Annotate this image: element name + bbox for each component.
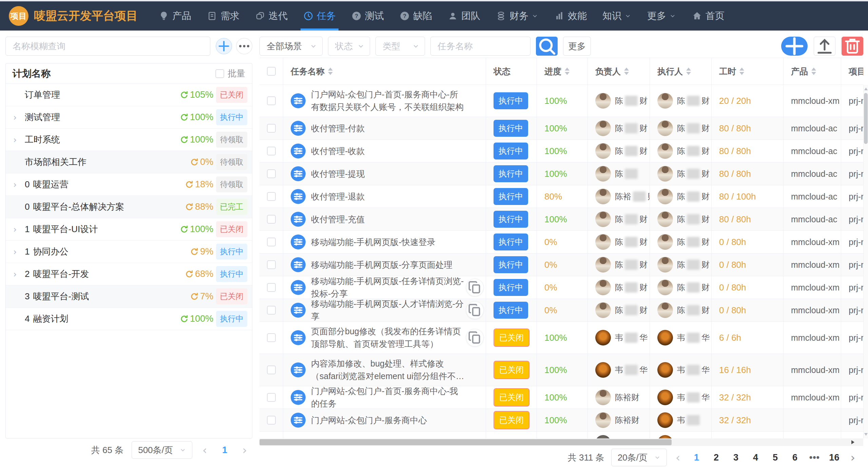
vertical-scrollbar[interactable] xyxy=(863,85,868,438)
copy-icon[interactable] xyxy=(466,329,484,347)
status-select[interactable]: 状态 xyxy=(328,37,370,56)
row-checkbox[interactable] xyxy=(267,416,276,425)
row-checkbox[interactable] xyxy=(267,366,276,374)
row-checkbox[interactable] xyxy=(267,96,276,105)
task-prev-page-button[interactable]: ‹ xyxy=(674,451,682,464)
nav-item-finance[interactable]: 财务 xyxy=(490,1,544,31)
column-header[interactable]: 进度 xyxy=(537,58,588,85)
column-header[interactable]: 负责人 xyxy=(588,58,650,85)
copy-icon[interactable] xyxy=(466,279,484,296)
plan-prev-page-button[interactable]: ‹ xyxy=(200,443,209,457)
nav-item-home[interactable]: 首页 xyxy=(687,1,730,31)
nav-item-defects[interactable]: ? 缺陷 xyxy=(394,1,438,31)
task-name[interactable]: 收付管理-提现 xyxy=(311,168,378,180)
column-header[interactable]: 产品 xyxy=(784,58,841,85)
row-checkbox[interactable] xyxy=(267,393,276,402)
page-ellipsis[interactable]: ••• xyxy=(807,450,822,465)
expand-chevron-icon[interactable]: › xyxy=(13,247,25,257)
search-button[interactable] xyxy=(536,37,558,56)
task-name[interactable]: 收付管理-充值 xyxy=(311,213,378,226)
row-checkbox[interactable] xyxy=(267,147,276,155)
plan-page-number[interactable]: 1 xyxy=(217,443,232,457)
page-number[interactable]: 6 xyxy=(787,450,802,465)
plan-list-item[interactable]: › 市场部相关工作 0% 待领取 xyxy=(6,151,252,173)
table-row[interactable]: 移动端功能-手机网页版-人才详情浏览-分享 执行中 0% 陈财 陈财 0 / 8… xyxy=(259,299,863,322)
plan-page-size-select[interactable]: 500条/页 xyxy=(132,441,192,459)
plan-search-input[interactable] xyxy=(5,37,210,56)
column-header[interactable]: 状态 xyxy=(486,58,537,85)
table-row[interactable]: 移动端功能-手机网页版-分享页面处理 执行中 0% 陈财 陈财 0 / 80h … xyxy=(259,254,863,276)
table-row[interactable]: 收付管理-充值 执行中 100% 陈财 陈财 80 / 80h mmcloud-… xyxy=(259,208,863,231)
scene-select[interactable]: 全部场景 xyxy=(259,37,323,56)
row-checkbox[interactable] xyxy=(267,192,276,201)
table-row[interactable]: 收付管理-退款 执行中 80% 陈裕财 陈财 80 / 100h mmcloud… xyxy=(259,185,863,208)
nav-item-performance[interactable]: 效能 xyxy=(549,1,592,31)
task-page-size-select[interactable]: 20条/页 xyxy=(611,449,667,466)
vertical-scrollbar-thumb[interactable] xyxy=(864,93,868,144)
copy-icon[interactable] xyxy=(466,301,484,319)
column-header[interactable]: 工时 xyxy=(712,58,784,85)
task-name[interactable]: 移动端功能-手机网页版-快速登录 xyxy=(311,236,449,248)
page-number[interactable]: 16 xyxy=(827,450,842,465)
task-name[interactable]: 收付管理-退款 xyxy=(311,190,378,203)
sort-icon[interactable] xyxy=(565,68,570,75)
table-row[interactable]: 门户网站-众包门户-首页-服务商中心-我的任务 已关闭 100% 陈裕财 韦华 … xyxy=(259,386,863,409)
nav-item-tasks[interactable]: 任务 xyxy=(298,1,341,31)
horizontal-scrollbar[interactable] xyxy=(259,438,863,446)
task-name[interactable]: 收付管理-收款 xyxy=(311,145,378,157)
table-row[interactable]: 页面部分bug修改（我发布的任务详情页顶部导航、首页研发管理工具等） 已关闭 1… xyxy=(259,322,863,354)
expand-chevron-icon[interactable]: › xyxy=(13,112,25,123)
column-header[interactable]: 任务名称 xyxy=(283,58,486,85)
sort-icon[interactable] xyxy=(624,68,629,75)
row-checkbox[interactable] xyxy=(267,124,276,133)
sort-icon[interactable] xyxy=(739,68,744,75)
task-name[interactable]: 移动端功能-手机网页版-任务详情页浏览-投标-分享 xyxy=(311,276,478,299)
task-next-page-button[interactable]: › xyxy=(848,451,857,464)
row-checkbox[interactable] xyxy=(267,238,276,246)
row-checkbox[interactable] xyxy=(267,169,276,178)
page-number[interactable]: 1 xyxy=(689,450,704,465)
table-row[interactable] xyxy=(259,432,863,438)
expand-chevron-icon[interactable]: › xyxy=(13,180,25,190)
task-name[interactable]: 页面部分bug修改（我发布的任务详情页顶部导航、首页研发管理工具等） xyxy=(311,325,478,350)
task-name-input[interactable] xyxy=(430,37,531,56)
expand-chevron-icon[interactable]: › xyxy=(13,269,25,279)
plan-list-item[interactable]: › 1 唛盟平台-UI设计 100% 已关闭 xyxy=(6,218,252,241)
task-name[interactable]: 门户网站-众包门户-首页-服务商中心-我的任务 xyxy=(311,386,478,409)
plan-list-item[interactable]: › 0 唛盟运营 18% 待领取 xyxy=(6,173,252,196)
add-task-button[interactable] xyxy=(781,37,808,56)
row-checkbox[interactable] xyxy=(267,283,276,292)
task-name[interactable]: 移动端功能-手机网页版-分享页面处理 xyxy=(311,259,466,271)
table-row[interactable]: 收付管理-提现 执行中 100% 陈 陈财 80 / 80h mmcloud-a… xyxy=(259,163,863,185)
row-checkbox[interactable] xyxy=(267,333,276,342)
plan-list-item[interactable]: › 1 协同办公 9% 执行中 xyxy=(6,241,252,263)
task-name[interactable]: 收付管理-付款 xyxy=(311,122,378,135)
scroll-up-icon[interactable] xyxy=(864,88,868,90)
task-name[interactable]: 移动端功能-手机网页版-人才详情浏览-分享 xyxy=(311,299,478,321)
column-header[interactable]: 项目 xyxy=(841,58,863,85)
expand-chevron-icon[interactable]: › xyxy=(13,135,25,145)
column-header[interactable]: 执行人 xyxy=(650,58,712,85)
scroll-right-icon[interactable] xyxy=(851,440,854,444)
type-select[interactable]: 类型 xyxy=(375,37,425,56)
sort-icon[interactable] xyxy=(328,68,333,75)
task-name[interactable]: 门户网站-众包门户-服务商中心 xyxy=(311,414,441,427)
nav-item-product[interactable]: 产品 xyxy=(153,1,197,31)
table-row[interactable]: 移动端功能-手机网页版-任务详情页浏览-投标-分享 执行中 0% 陈财 陈财 0… xyxy=(259,276,863,299)
plan-list-item[interactable]: › 2 唛盟平台-开发 68% 执行中 xyxy=(6,263,252,285)
expand-chevron-icon[interactable]: › xyxy=(13,224,25,235)
nav-item-testing[interactable]: ? 测试 xyxy=(346,1,389,31)
plan-more-button[interactable] xyxy=(236,38,252,54)
table-row[interactable]: 移动端功能-手机网页版-快速登录 执行中 0% 陈财 陈财 0 / 80h mm… xyxy=(259,231,863,254)
table-row[interactable]: 内容添加修改、bug处理、样式修改（safari浏览器对element ui部分… xyxy=(259,354,863,386)
plan-next-page-button[interactable]: › xyxy=(240,443,249,457)
batch-toggle[interactable]: 批量 xyxy=(215,68,245,79)
nav-item-iteration[interactable]: 迭代 xyxy=(250,1,293,31)
plan-list-item[interactable]: › 3 唛盟平台-测试 7% 已关闭 xyxy=(6,285,252,308)
horizontal-scrollbar-thumb[interactable] xyxy=(259,439,672,445)
row-checkbox[interactable] xyxy=(267,306,276,315)
page-number[interactable]: 3 xyxy=(728,450,743,465)
plan-list-item[interactable]: › 工时系统 100% 待领取 xyxy=(6,129,252,151)
app-logo[interactable]: 项目 xyxy=(9,6,28,26)
page-number[interactable]: 2 xyxy=(709,450,724,465)
